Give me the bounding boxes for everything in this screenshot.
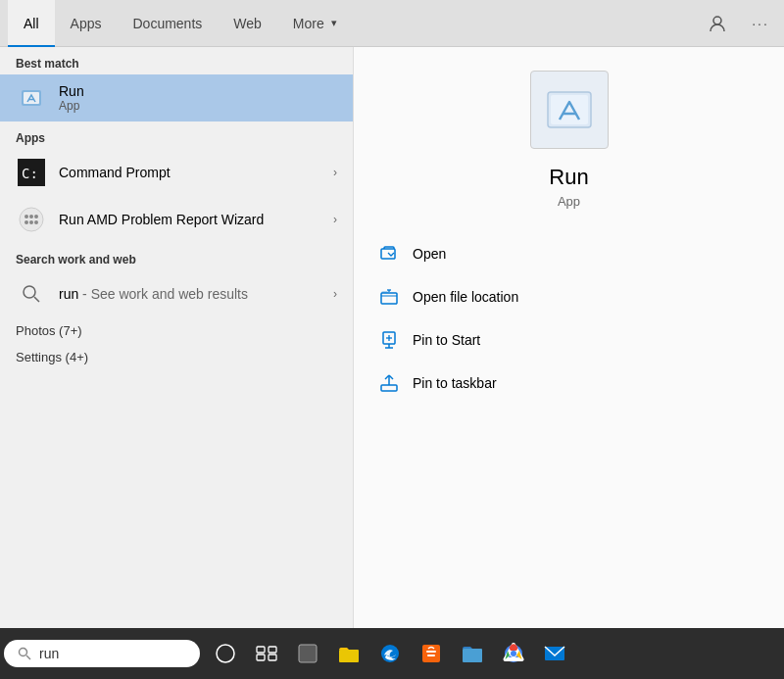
best-match-label: Best match: [0, 47, 353, 74]
user-icon[interactable]: [702, 8, 733, 39]
tab-more[interactable]: More ▾: [277, 0, 353, 47]
svg-point-6: [24, 215, 28, 218]
svg-rect-34: [257, 655, 265, 660]
svg-point-0: [713, 17, 721, 24]
pin-to-start-action[interactable]: Pin to Start: [377, 318, 760, 362]
svg-rect-33: [269, 647, 276, 653]
amd-icon: [16, 204, 47, 235]
svg-rect-17: [381, 293, 397, 304]
taskbar-search-box[interactable]: run: [4, 640, 200, 667]
pin-to-taskbar-action[interactable]: Pin to taskbar: [377, 362, 760, 405]
search-web-icon: [16, 278, 47, 310]
explorer-icon[interactable]: [329, 634, 368, 673]
web-search-run[interactable]: run - See work and web results ›: [0, 270, 353, 317]
store-icon[interactable]: [412, 634, 451, 673]
right-panel-app-name: Run: [549, 165, 588, 190]
tab-bar: All Apps Documents Web More ▾ ···: [0, 0, 784, 47]
run-app-sub: App: [59, 99, 84, 113]
file-manager-icon[interactable]: [453, 634, 492, 673]
svg-rect-43: [463, 649, 482, 662]
search-web-label: Search work and web: [0, 243, 353, 270]
svg-point-11: [34, 220, 38, 224]
svg-point-9: [24, 220, 28, 224]
best-match-run[interactable]: Run App: [0, 74, 353, 121]
tab-bar-actions: ···: [702, 8, 776, 39]
taskbar-search-icon: [18, 647, 31, 660]
pin-taskbar-icon: [377, 371, 401, 395]
open-file-location-label: Open file location: [413, 289, 518, 305]
cmd-prompt-item[interactable]: C: Command Prompt ›: [0, 149, 353, 196]
pin-to-taskbar-label: Pin to taskbar: [413, 375, 497, 391]
svg-point-46: [511, 651, 516, 656]
open-label: Open: [413, 246, 446, 262]
mail-icon[interactable]: [535, 634, 574, 673]
tab-web[interactable]: Web: [218, 0, 277, 47]
web-run-name: run - See work and web results: [59, 286, 248, 302]
app-preview-icon: [530, 71, 609, 149]
svg-rect-36: [299, 645, 317, 662]
settings-category[interactable]: Settings (4+): [0, 344, 353, 370]
cmd-name: Command Prompt: [59, 165, 171, 180]
chrome-icon[interactable]: [494, 634, 533, 673]
tab-apps[interactable]: Apps: [55, 0, 118, 47]
edge-icon[interactable]: [370, 634, 410, 673]
svg-rect-41: [426, 651, 436, 653]
amd-wizard-item[interactable]: Run AMD Problem Report Wizard ›: [0, 196, 353, 243]
web-chevron-icon: ›: [333, 287, 337, 301]
svg-point-7: [29, 215, 33, 218]
tab-documents[interactable]: Documents: [117, 0, 218, 47]
cmd-chevron-icon: ›: [333, 166, 337, 179]
svg-text:C:: C:: [22, 166, 38, 181]
run-app-name: Run: [59, 83, 84, 99]
amd-chevron-icon: ›: [333, 213, 337, 226]
pin-start-icon: [377, 328, 401, 352]
svg-line-30: [26, 655, 30, 659]
apps-section-label: Apps: [0, 121, 353, 149]
right-panel: Run App Open: [353, 47, 784, 679]
svg-rect-35: [269, 655, 276, 660]
task-view-icon[interactable]: [247, 634, 286, 673]
taskbar: run: [0, 628, 784, 679]
photos-category[interactable]: Photos (7+): [0, 317, 353, 344]
amd-name: Run AMD Problem Report Wizard: [59, 212, 264, 227]
content-area: Best match Run App Apps: [0, 47, 784, 679]
sticky-notes-icon[interactable]: [288, 634, 327, 673]
svg-rect-42: [427, 655, 435, 656]
pin-to-start-label: Pin to Start: [413, 332, 480, 348]
open-file-location-action[interactable]: Open file location: [377, 275, 760, 318]
svg-point-29: [20, 649, 27, 656]
svg-rect-25: [381, 385, 397, 391]
svg-line-13: [34, 297, 39, 302]
svg-point-8: [34, 215, 38, 218]
svg-rect-38: [339, 650, 359, 662]
open-icon: [377, 242, 401, 266]
action-list: Open Open file location: [354, 232, 784, 405]
svg-point-5: [20, 208, 43, 231]
file-location-icon: [377, 285, 401, 309]
svg-point-31: [217, 645, 234, 662]
cortana-icon[interactable]: [206, 634, 245, 673]
run-app-icon: [16, 82, 47, 114]
open-action[interactable]: Open: [377, 232, 760, 275]
search-panel: All Apps Documents Web More ▾ ···: [0, 0, 784, 679]
left-panel: Best match Run App Apps: [0, 47, 353, 679]
svg-point-12: [24, 286, 35, 298]
more-options-icon[interactable]: ···: [745, 8, 776, 39]
right-panel-app-type: App: [558, 194, 580, 209]
svg-rect-15: [551, 95, 588, 124]
tab-all[interactable]: All: [8, 0, 55, 47]
svg-rect-32: [257, 647, 265, 653]
chevron-down-icon: ▾: [331, 17, 337, 29]
taskbar-search-value: run: [39, 646, 59, 661]
svg-point-10: [29, 220, 33, 224]
cmd-icon: C:: [16, 157, 47, 188]
